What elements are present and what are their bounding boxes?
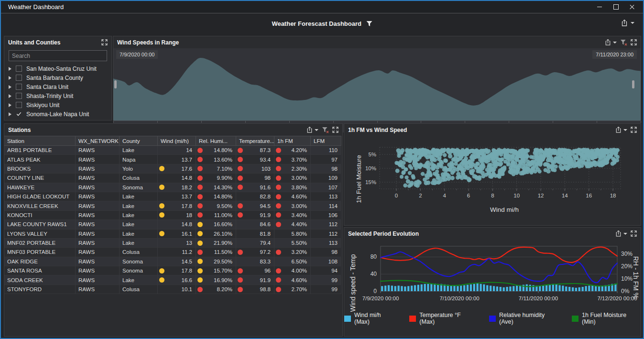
wind-expand-button[interactable] [631, 39, 637, 45]
stations-table-body: ARB1 PORTABLERAWSLake1414.80%87.34.20%11… [4, 146, 342, 294]
status-dot-red [197, 166, 203, 171]
table-cell: 96 [236, 266, 274, 275]
table-cell: Sonoma [120, 266, 158, 275]
maximize-button[interactable] [608, 2, 624, 12]
range-slider-left-handle[interactable] [114, 80, 117, 88]
caret-down-icon [623, 129, 627, 131]
table-cell: Yolo [120, 164, 158, 174]
wind-clear-filter-button[interactable] [620, 39, 627, 46]
checkbox[interactable] [16, 66, 22, 72]
status-dot-red [276, 148, 281, 153]
tree-expander-icon[interactable] [9, 76, 11, 80]
status-dot-red [238, 277, 243, 283]
column-header[interactable]: WX_NETWORK [76, 136, 120, 146]
caret-down-icon [623, 233, 627, 235]
stations-export-button[interactable] [306, 126, 318, 133]
table-cell: 87.3 [236, 146, 274, 155]
tree-item[interactable]: San Mateo-Santa Cruz Unit [4, 64, 111, 73]
stations-table-header: StationWX_NETWORKCountyWind (mi/h)Rel. H… [4, 136, 342, 146]
range-slider-right-handle[interactable] [632, 80, 634, 88]
dashboard-export-button[interactable] [621, 19, 634, 27]
table-cell: 14.80% [196, 146, 236, 155]
scatter-panel-title: 1h FM vs Wind Speed [348, 127, 407, 133]
axis-tick [201, 121, 202, 123]
table-cell: 2.30% [274, 164, 311, 174]
caret-down-icon [631, 22, 634, 24]
wind-range-chart[interactable]: 7/9/2020 00:00 7/11/2020 23:00 [113, 48, 641, 120]
tree-expander-icon[interactable] [9, 94, 11, 98]
tree-expander-icon[interactable] [9, 103, 11, 107]
checkbox[interactable] [16, 93, 22, 99]
stations-clear-filter-button[interactable] [322, 127, 329, 133]
checkbox[interactable] [16, 102, 22, 108]
svg-text:7/11/2020 00:00: 7/11/2020 00:00 [519, 295, 558, 301]
table-cell: 17.8 [158, 201, 196, 210]
axis-tick [641, 121, 641, 123]
status-dot-red [276, 194, 281, 199]
table-cell: RAWS [76, 230, 120, 239]
column-header[interactable]: Wind (mi/h) [158, 136, 196, 146]
table-cell: 112 [311, 220, 341, 229]
table-cell: RAWS [76, 257, 120, 266]
status-dot-red [276, 268, 281, 273]
tree-expander-icon[interactable] [9, 112, 11, 116]
table-cell: 14 [158, 146, 196, 155]
table-cell: 3.00% [274, 174, 311, 183]
table-cell: LYONS VALLEY [4, 230, 76, 239]
legend-item[interactable]: 1h Fuel Moisture (Min) [572, 312, 641, 325]
svg-text:30%: 30% [621, 251, 633, 257]
units-expand-button[interactable] [101, 39, 108, 45]
tree-item[interactable]: Santa Barbara County [4, 73, 111, 82]
legend-item[interactable]: Temperature °F (Max) [409, 312, 477, 325]
scatter-expand-button[interactable] [631, 127, 637, 133]
evolution-export-button[interactable] [615, 230, 627, 237]
tree-item-label: Santa Clara Unit [26, 84, 68, 90]
tree-expander-icon[interactable] [9, 67, 11, 71]
table-cell: HAWKEYE [4, 183, 76, 192]
filter-clear-icon [322, 127, 329, 133]
export-icon [306, 126, 313, 133]
table-cell: COUNTY LINE [4, 174, 76, 183]
checkbox[interactable] [16, 111, 22, 117]
checkbox[interactable] [16, 75, 22, 81]
search-input[interactable] [9, 50, 107, 61]
table-cell: 14.5 [158, 257, 196, 266]
column-header[interactable]: County [120, 136, 158, 146]
svg-text:7/10/2020 00:00: 7/10/2020 00:00 [439, 295, 479, 301]
panel-units-and-counties: Units and Counties San Mateo-Santa Cruz … [4, 36, 112, 120]
table-cell: 4.00% [274, 266, 311, 275]
tree-expander-icon[interactable] [9, 85, 11, 89]
table-cell: 82.8 [236, 192, 274, 201]
column-header[interactable]: 1h FM [274, 136, 311, 146]
tree-item[interactable]: Shasta-Trinity Unit [4, 91, 111, 100]
checkbox[interactable] [16, 84, 22, 90]
window-controls [591, 2, 643, 12]
scatter-export-button[interactable] [615, 126, 627, 133]
table-cell: 7.10% [196, 164, 236, 174]
table-cell: RAWS [76, 183, 120, 192]
status-dot-red [238, 287, 243, 292]
tree-item[interactable]: Santa Clara Unit [4, 82, 111, 91]
expand-icon [631, 230, 637, 237]
wind-export-button[interactable] [604, 39, 617, 46]
stations-expand-button[interactable] [332, 127, 338, 133]
table-cell: 17.8 [158, 266, 196, 275]
svg-text:0: 0 [373, 288, 377, 295]
tree-item[interactable]: Sonoma-Lake Napa Unit [4, 109, 111, 119]
table-cell: 91.9 [236, 275, 274, 284]
svg-text:80: 80 [371, 253, 377, 260]
export-icon [615, 126, 622, 133]
tree-item[interactable]: Siskiyou Unit [4, 100, 111, 109]
minimize-button[interactable] [591, 2, 608, 12]
filter-funnel-icon[interactable] [366, 21, 372, 27]
legend-item[interactable]: Relative humidity (Ave) [489, 312, 559, 325]
column-header[interactable]: LFM [311, 136, 341, 146]
column-header[interactable]: Temperature... [236, 136, 274, 146]
column-header[interactable]: Station [4, 136, 76, 146]
table-cell: 13.7 [158, 155, 196, 164]
status-dot-red [238, 268, 243, 273]
close-button[interactable] [624, 2, 640, 12]
evolution-expand-button[interactable] [631, 230, 637, 237]
table-cell: STONYFORD [4, 285, 76, 294]
column-header[interactable]: Rel. Humi... [196, 136, 236, 146]
